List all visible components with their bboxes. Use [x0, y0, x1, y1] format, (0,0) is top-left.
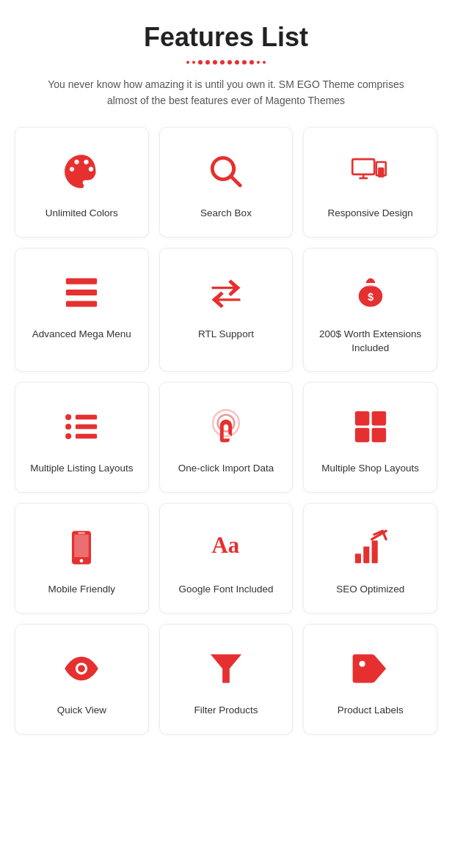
svg-rect-31 — [363, 547, 369, 564]
feature-advanced-mega-menu: Advanced Mega Menu — [15, 248, 149, 372]
feature-seo-optimized: SEO Optimized — [303, 503, 437, 614]
feature-label: Unlimited Colors — [45, 207, 118, 221]
menu-icon — [59, 271, 103, 315]
feature-label: Search Box — [200, 207, 252, 221]
feature-one-click-import: One-click Import Data — [159, 382, 294, 493]
svg-rect-28 — [78, 532, 85, 534]
svg-rect-21 — [355, 411, 370, 426]
svg-rect-9 — [66, 290, 97, 295]
feature-label: 200$ Worth Extensions Included — [311, 328, 429, 356]
rtl-icon — [204, 271, 248, 315]
shop-icon — [349, 405, 393, 449]
feature-quick-view: Quick View — [15, 624, 149, 735]
moneybag-icon: $ — [349, 271, 393, 315]
svg-text:Aa: Aa — [211, 532, 239, 558]
responsive-icon — [349, 150, 393, 194]
feature-label: Multiple Shop Layouts — [321, 462, 419, 476]
dots-divider — [15, 60, 437, 65]
svg-rect-24 — [371, 428, 386, 443]
feature-product-labels: Product Labels — [303, 624, 437, 735]
svg-rect-6 — [378, 168, 384, 177]
page-header: Features List You never know how amazing… — [15, 22, 437, 109]
feature-label: Product Labels — [338, 704, 404, 718]
svg-rect-10 — [66, 301, 97, 306]
svg-rect-16 — [76, 424, 97, 430]
seo-icon — [349, 526, 393, 570]
feature-unlimited-colors: Unlimited Colors — [15, 127, 149, 238]
svg-rect-23 — [355, 428, 370, 443]
eye-icon — [59, 647, 103, 691]
svg-marker-36 — [211, 655, 241, 683]
feature-search-box: Search Box — [159, 127, 294, 238]
feature-label: Mobile Friendly — [48, 583, 116, 597]
feature-200-extensions: $ 200$ Worth Extensions Included — [303, 248, 437, 372]
mobile-icon — [59, 526, 103, 570]
feature-label: Quick View — [57, 704, 106, 718]
feature-label: Filter Products — [194, 704, 258, 718]
svg-point-37 — [359, 661, 365, 667]
feature-label: Responsive Design — [328, 207, 413, 221]
svg-rect-1 — [352, 159, 374, 174]
feature-label: One-click Import Data — [178, 462, 274, 476]
filter-icon — [204, 647, 248, 691]
page-wrapper: Features List You never know how amazing… — [0, 0, 452, 764]
svg-rect-14 — [76, 415, 97, 420]
svg-point-35 — [78, 665, 85, 672]
feature-google-font: Aa Google Font Included — [159, 503, 294, 614]
svg-rect-18 — [76, 434, 97, 439]
oneclick-icon — [204, 405, 248, 449]
search-icon — [204, 150, 248, 194]
svg-rect-22 — [371, 411, 386, 426]
feature-rtl-support: RTL Support — [159, 248, 294, 372]
feature-mobile-friendly: Mobile Friendly — [15, 503, 149, 614]
feature-multiple-shop: Multiple Shop Layouts — [303, 382, 437, 493]
features-grid: Unlimited Colors Search Box — [15, 127, 437, 735]
svg-rect-8 — [66, 278, 97, 284]
label-icon — [349, 647, 393, 691]
palette-icon — [59, 150, 103, 194]
page-title: Features List — [15, 22, 437, 53]
svg-point-17 — [65, 433, 71, 439]
feature-responsive-design: Responsive Design — [303, 127, 437, 238]
page-description: You never know how amazing it is until y… — [35, 76, 417, 109]
feature-filter-products: Filter Products — [159, 624, 294, 735]
listing-icon — [59, 405, 103, 449]
svg-text:$: $ — [368, 290, 373, 302]
svg-point-13 — [65, 414, 71, 420]
feature-label: Multiple Listing Layouts — [30, 462, 133, 476]
feature-label: Advanced Mega Menu — [32, 328, 131, 342]
svg-rect-32 — [371, 541, 377, 564]
feature-label: Google Font Included — [178, 583, 273, 597]
feature-label: SEO Optimized — [336, 583, 404, 597]
svg-point-27 — [80, 559, 84, 563]
font-icon: Aa — [204, 526, 248, 570]
svg-rect-30 — [355, 553, 361, 563]
feature-multiple-listing: Multiple Listing Layouts — [15, 382, 149, 493]
svg-rect-26 — [75, 534, 90, 557]
feature-label: RTL Support — [198, 328, 254, 342]
svg-point-15 — [65, 424, 71, 430]
